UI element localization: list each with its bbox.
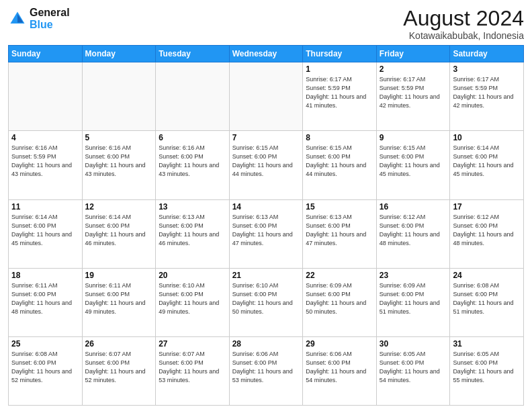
day-cell: 30Sunrise: 6:05 AMSunset: 6:00 PMDayligh… bbox=[376, 336, 450, 405]
day-info: Sunrise: 6:16 AMSunset: 6:00 PMDaylight:… bbox=[159, 144, 226, 179]
day-cell bbox=[229, 62, 303, 131]
day-info: Sunrise: 6:08 AMSunset: 6:00 PMDaylight:… bbox=[11, 350, 79, 385]
day-cell: 31Sunrise: 6:05 AMSunset: 6:00 PMDayligh… bbox=[450, 336, 524, 405]
day-cell: 17Sunrise: 6:12 AMSunset: 6:00 PMDayligh… bbox=[450, 199, 524, 268]
day-number: 20 bbox=[159, 271, 226, 280]
col-header-saturday: Saturday bbox=[450, 46, 524, 62]
day-number: 22 bbox=[306, 271, 373, 280]
page: General Blue August 2024 Kotawaikabubak,… bbox=[0, 0, 532, 411]
day-cell: 26Sunrise: 6:07 AMSunset: 6:00 PMDayligh… bbox=[82, 336, 156, 405]
day-info: Sunrise: 6:17 AMSunset: 5:59 PMDaylight:… bbox=[380, 75, 447, 110]
day-number: 18 bbox=[11, 271, 79, 280]
day-info: Sunrise: 6:11 AMSunset: 6:00 PMDaylight:… bbox=[85, 281, 153, 316]
day-cell: 6Sunrise: 6:16 AMSunset: 6:00 PMDaylight… bbox=[156, 131, 230, 199]
day-info: Sunrise: 6:15 AMSunset: 6:00 PMDaylight:… bbox=[306, 144, 373, 179]
day-info: Sunrise: 6:17 AMSunset: 5:59 PMDaylight:… bbox=[453, 75, 521, 110]
day-number: 16 bbox=[380, 202, 447, 212]
col-header-friday: Friday bbox=[376, 46, 450, 62]
day-info: Sunrise: 6:12 AMSunset: 6:00 PMDaylight:… bbox=[453, 213, 521, 248]
day-info: Sunrise: 6:15 AMSunset: 6:00 PMDaylight:… bbox=[232, 144, 300, 179]
col-header-tuesday: Tuesday bbox=[156, 46, 230, 62]
day-cell: 9Sunrise: 6:15 AMSunset: 6:00 PMDaylight… bbox=[376, 131, 450, 199]
day-cell: 27Sunrise: 6:07 AMSunset: 6:00 PMDayligh… bbox=[156, 336, 230, 405]
week-row-1: 1Sunrise: 6:17 AMSunset: 5:59 PMDaylight… bbox=[9, 62, 524, 131]
day-info: Sunrise: 6:13 AMSunset: 6:00 PMDaylight:… bbox=[306, 213, 373, 248]
day-info: Sunrise: 6:13 AMSunset: 6:00 PMDaylight:… bbox=[159, 213, 226, 248]
day-cell bbox=[156, 62, 230, 131]
title-block: August 2024 Kotawaikabubak, Indonesia bbox=[403, 7, 524, 41]
day-cell bbox=[9, 62, 83, 131]
day-number: 8 bbox=[306, 133, 373, 142]
day-info: Sunrise: 6:10 AMSunset: 6:00 PMDaylight:… bbox=[159, 281, 226, 316]
day-cell: 21Sunrise: 6:10 AMSunset: 6:00 PMDayligh… bbox=[229, 268, 303, 336]
day-info: Sunrise: 6:16 AMSunset: 5:59 PMDaylight:… bbox=[11, 144, 79, 179]
day-cell: 23Sunrise: 6:09 AMSunset: 6:00 PMDayligh… bbox=[376, 268, 450, 336]
day-info: Sunrise: 6:06 AMSunset: 6:00 PMDaylight:… bbox=[306, 350, 373, 385]
day-number: 25 bbox=[11, 339, 79, 349]
day-cell bbox=[82, 62, 156, 131]
day-number: 23 bbox=[380, 271, 447, 280]
day-cell: 28Sunrise: 6:06 AMSunset: 6:00 PMDayligh… bbox=[229, 336, 303, 405]
week-row-3: 11Sunrise: 6:14 AMSunset: 6:00 PMDayligh… bbox=[9, 199, 524, 268]
day-info: Sunrise: 6:09 AMSunset: 6:00 PMDaylight:… bbox=[306, 281, 373, 316]
day-info: Sunrise: 6:15 AMSunset: 6:00 PMDaylight:… bbox=[380, 144, 447, 179]
day-cell: 3Sunrise: 6:17 AMSunset: 5:59 PMDaylight… bbox=[450, 62, 524, 131]
day-cell: 13Sunrise: 6:13 AMSunset: 6:00 PMDayligh… bbox=[156, 199, 230, 268]
col-header-monday: Monday bbox=[82, 46, 156, 62]
day-number: 3 bbox=[453, 64, 521, 74]
day-cell: 11Sunrise: 6:14 AMSunset: 6:00 PMDayligh… bbox=[9, 199, 83, 268]
day-cell: 20Sunrise: 6:10 AMSunset: 6:00 PMDayligh… bbox=[156, 268, 230, 336]
day-cell: 2Sunrise: 6:17 AMSunset: 5:59 PMDaylight… bbox=[376, 62, 450, 131]
day-number: 4 bbox=[11, 133, 79, 142]
day-info: Sunrise: 6:14 AMSunset: 6:00 PMDaylight:… bbox=[453, 144, 521, 179]
day-info: Sunrise: 6:17 AMSunset: 5:59 PMDaylight:… bbox=[306, 75, 373, 110]
day-number: 9 bbox=[380, 133, 447, 142]
day-number: 31 bbox=[453, 339, 521, 349]
col-header-sunday: Sunday bbox=[9, 46, 83, 62]
day-cell: 16Sunrise: 6:12 AMSunset: 6:00 PMDayligh… bbox=[376, 199, 450, 268]
day-number: 6 bbox=[159, 133, 226, 142]
day-number: 24 bbox=[453, 271, 521, 280]
day-info: Sunrise: 6:07 AMSunset: 6:00 PMDaylight:… bbox=[159, 350, 226, 385]
day-number: 11 bbox=[11, 202, 79, 212]
day-number: 2 bbox=[380, 64, 447, 74]
day-info: Sunrise: 6:14 AMSunset: 6:00 PMDaylight:… bbox=[11, 213, 79, 248]
day-info: Sunrise: 6:07 AMSunset: 6:00 PMDaylight:… bbox=[85, 350, 153, 385]
day-info: Sunrise: 6:12 AMSunset: 6:00 PMDaylight:… bbox=[380, 213, 447, 248]
logo: General Blue bbox=[8, 7, 70, 30]
day-cell: 1Sunrise: 6:17 AMSunset: 5:59 PMDaylight… bbox=[303, 62, 377, 131]
logo-text: General Blue bbox=[30, 7, 70, 30]
day-info: Sunrise: 6:09 AMSunset: 6:00 PMDaylight:… bbox=[380, 281, 447, 316]
day-info: Sunrise: 6:16 AMSunset: 6:00 PMDaylight:… bbox=[85, 144, 153, 179]
day-cell: 15Sunrise: 6:13 AMSunset: 6:00 PMDayligh… bbox=[303, 199, 377, 268]
day-cell: 7Sunrise: 6:15 AMSunset: 6:00 PMDaylight… bbox=[229, 131, 303, 199]
week-row-4: 18Sunrise: 6:11 AMSunset: 6:00 PMDayligh… bbox=[9, 268, 524, 336]
day-info: Sunrise: 6:11 AMSunset: 6:00 PMDaylight:… bbox=[11, 281, 79, 316]
day-cell: 8Sunrise: 6:15 AMSunset: 6:00 PMDaylight… bbox=[303, 131, 377, 199]
day-number: 19 bbox=[85, 271, 153, 280]
day-info: Sunrise: 6:14 AMSunset: 6:00 PMDaylight:… bbox=[85, 213, 153, 248]
day-cell: 14Sunrise: 6:13 AMSunset: 6:00 PMDayligh… bbox=[229, 199, 303, 268]
day-cell: 5Sunrise: 6:16 AMSunset: 6:00 PMDaylight… bbox=[82, 131, 156, 199]
calendar-table: SundayMondayTuesdayWednesdayThursdayFrid… bbox=[8, 45, 524, 406]
month-title: August 2024 bbox=[403, 7, 524, 30]
day-cell: 24Sunrise: 6:08 AMSunset: 6:00 PMDayligh… bbox=[450, 268, 524, 336]
day-number: 1 bbox=[306, 64, 373, 74]
col-header-wednesday: Wednesday bbox=[229, 46, 303, 62]
day-number: 26 bbox=[85, 339, 153, 349]
day-number: 7 bbox=[232, 133, 300, 142]
day-cell: 19Sunrise: 6:11 AMSunset: 6:00 PMDayligh… bbox=[82, 268, 156, 336]
week-row-5: 25Sunrise: 6:08 AMSunset: 6:00 PMDayligh… bbox=[9, 336, 524, 405]
day-cell: 12Sunrise: 6:14 AMSunset: 6:00 PMDayligh… bbox=[82, 199, 156, 268]
day-info: Sunrise: 6:05 AMSunset: 6:00 PMDaylight:… bbox=[453, 350, 521, 385]
day-info: Sunrise: 6:08 AMSunset: 6:00 PMDaylight:… bbox=[453, 281, 521, 316]
day-cell: 10Sunrise: 6:14 AMSunset: 6:00 PMDayligh… bbox=[450, 131, 524, 199]
day-cell: 18Sunrise: 6:11 AMSunset: 6:00 PMDayligh… bbox=[9, 268, 83, 336]
day-number: 17 bbox=[453, 202, 521, 212]
day-info: Sunrise: 6:10 AMSunset: 6:00 PMDaylight:… bbox=[232, 281, 300, 316]
location: Kotawaikabubak, Indonesia bbox=[403, 30, 524, 41]
day-number: 12 bbox=[85, 202, 153, 212]
day-number: 10 bbox=[453, 133, 521, 142]
day-number: 28 bbox=[232, 339, 300, 349]
day-number: 30 bbox=[380, 339, 447, 349]
